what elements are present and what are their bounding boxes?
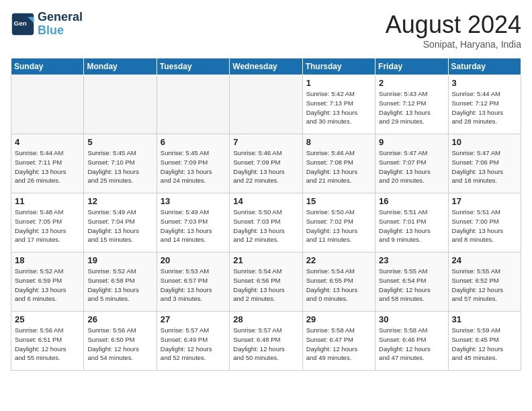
day-number: 30 [379, 314, 444, 324]
day-number: 29 [306, 314, 371, 324]
day-info: Sunrise: 5:58 AM Sunset: 6:46 PM Dayligh… [379, 326, 444, 363]
calendar-table: SundayMondayTuesdayWednesdayThursdayFrid… [11, 58, 521, 371]
calendar-cell: 20Sunrise: 5:53 AM Sunset: 6:57 PM Dayli… [157, 253, 229, 312]
day-info: Sunrise: 5:44 AM Sunset: 7:11 PM Dayligh… [15, 148, 80, 185]
day-number: 28 [233, 314, 298, 324]
day-info: Sunrise: 5:56 AM Sunset: 6:51 PM Dayligh… [15, 326, 80, 363]
day-number: 3 [452, 78, 517, 88]
weekday-header-cell: Monday [84, 58, 157, 75]
day-number: 17 [452, 196, 517, 206]
day-info: Sunrise: 5:46 AM Sunset: 7:09 PM Dayligh… [233, 148, 298, 185]
day-info: Sunrise: 5:57 AM Sunset: 6:49 PM Dayligh… [161, 326, 226, 363]
calendar-week-row: 1Sunrise: 5:42 AM Sunset: 7:13 PM Daylig… [11, 75, 521, 134]
day-number: 5 [87, 137, 152, 147]
day-info: Sunrise: 5:58 AM Sunset: 6:47 PM Dayligh… [306, 326, 371, 363]
calendar-cell: 25Sunrise: 5:56 AM Sunset: 6:51 PM Dayli… [11, 312, 84, 371]
day-info: Sunrise: 5:57 AM Sunset: 6:48 PM Dayligh… [233, 326, 298, 363]
day-number: 27 [161, 314, 226, 324]
svg-text:Gen: Gen [14, 19, 27, 27]
calendar-cell: 19Sunrise: 5:52 AM Sunset: 6:58 PM Dayli… [84, 253, 157, 312]
weekday-header-cell: Thursday [302, 58, 375, 75]
calendar-week-row: 18Sunrise: 5:52 AM Sunset: 6:59 PM Dayli… [11, 253, 521, 312]
day-number: 22 [306, 255, 371, 265]
day-info: Sunrise: 5:53 AM Sunset: 6:57 PM Dayligh… [161, 267, 226, 304]
day-info: Sunrise: 5:48 AM Sunset: 7:05 PM Dayligh… [15, 208, 80, 244]
day-info: Sunrise: 5:46 AM Sunset: 7:08 PM Dayligh… [306, 148, 371, 185]
day-number: 25 [15, 314, 80, 324]
calendar-body: 1Sunrise: 5:42 AM Sunset: 7:13 PM Daylig… [11, 75, 521, 371]
calendar-cell: 27Sunrise: 5:57 AM Sunset: 6:49 PM Dayli… [157, 312, 229, 371]
location: Sonipat, Haryana, India [386, 39, 521, 50]
day-number: 24 [452, 255, 517, 265]
calendar-cell: 14Sunrise: 5:50 AM Sunset: 7:03 PM Dayli… [230, 193, 302, 253]
day-number: 6 [161, 137, 226, 147]
logo-line2: Blue [38, 24, 83, 38]
day-info: Sunrise: 5:59 AM Sunset: 6:45 PM Dayligh… [452, 326, 517, 363]
day-info: Sunrise: 5:42 AM Sunset: 7:13 PM Dayligh… [306, 89, 371, 126]
day-info: Sunrise: 5:56 AM Sunset: 6:50 PM Dayligh… [87, 326, 152, 363]
calendar-cell: 21Sunrise: 5:54 AM Sunset: 6:56 PM Dayli… [230, 253, 302, 312]
calendar-cell: 28Sunrise: 5:57 AM Sunset: 6:48 PM Dayli… [230, 312, 302, 371]
logo: Gen General Blue [11, 11, 83, 38]
day-number: 14 [233, 196, 298, 206]
day-number: 20 [161, 255, 226, 265]
logo-icon: Gen [11, 12, 35, 36]
logo-line1: General [38, 11, 83, 24]
day-info: Sunrise: 5:50 AM Sunset: 7:02 PM Dayligh… [306, 208, 371, 244]
calendar-cell: 22Sunrise: 5:54 AM Sunset: 6:55 PM Dayli… [302, 253, 375, 312]
month-title: August 2024 [386, 11, 521, 39]
day-number: 23 [379, 255, 444, 265]
day-number: 18 [15, 255, 80, 265]
day-number: 8 [306, 137, 371, 147]
calendar-cell: 2Sunrise: 5:43 AM Sunset: 7:12 PM Daylig… [375, 75, 448, 134]
calendar-cell [230, 75, 302, 134]
day-info: Sunrise: 5:54 AM Sunset: 6:55 PM Dayligh… [306, 267, 371, 304]
calendar-week-row: 4Sunrise: 5:44 AM Sunset: 7:11 PM Daylig… [11, 134, 521, 193]
day-info: Sunrise: 5:51 AM Sunset: 7:00 PM Dayligh… [452, 208, 517, 244]
weekday-header-cell: Wednesday [230, 58, 302, 75]
day-number: 10 [452, 137, 517, 147]
day-number: 13 [161, 196, 226, 206]
calendar-week-row: 11Sunrise: 5:48 AM Sunset: 7:05 PM Dayli… [11, 193, 521, 253]
day-info: Sunrise: 5:50 AM Sunset: 7:03 PM Dayligh… [233, 208, 298, 244]
day-number: 12 [87, 196, 152, 206]
calendar-cell [157, 75, 229, 134]
day-info: Sunrise: 5:55 AM Sunset: 6:52 PM Dayligh… [452, 267, 517, 304]
day-info: Sunrise: 5:52 AM Sunset: 6:58 PM Dayligh… [87, 267, 152, 304]
day-number: 16 [379, 196, 444, 206]
calendar-cell [84, 75, 157, 134]
day-info: Sunrise: 5:45 AM Sunset: 7:09 PM Dayligh… [161, 148, 226, 185]
calendar-cell: 5Sunrise: 5:45 AM Sunset: 7:10 PM Daylig… [84, 134, 157, 193]
calendar-cell: 24Sunrise: 5:55 AM Sunset: 6:52 PM Dayli… [448, 253, 521, 312]
day-info: Sunrise: 5:49 AM Sunset: 7:04 PM Dayligh… [87, 208, 152, 244]
day-number: 9 [379, 137, 444, 147]
day-info: Sunrise: 5:44 AM Sunset: 7:12 PM Dayligh… [452, 89, 517, 126]
calendar-cell: 6Sunrise: 5:45 AM Sunset: 7:09 PM Daylig… [157, 134, 229, 193]
weekday-header-cell: Sunday [11, 58, 84, 75]
day-info: Sunrise: 5:55 AM Sunset: 6:54 PM Dayligh… [379, 267, 444, 304]
calendar-week-row: 25Sunrise: 5:56 AM Sunset: 6:51 PM Dayli… [11, 312, 521, 371]
day-number: 31 [452, 314, 517, 324]
calendar-cell: 4Sunrise: 5:44 AM Sunset: 7:11 PM Daylig… [11, 134, 84, 193]
day-info: Sunrise: 5:43 AM Sunset: 7:12 PM Dayligh… [379, 89, 444, 126]
day-number: 7 [233, 137, 298, 147]
calendar-cell: 11Sunrise: 5:48 AM Sunset: 7:05 PM Dayli… [11, 193, 84, 253]
day-number: 15 [306, 196, 371, 206]
calendar-cell: 7Sunrise: 5:46 AM Sunset: 7:09 PM Daylig… [230, 134, 302, 193]
weekday-header-cell: Tuesday [157, 58, 229, 75]
calendar-cell: 3Sunrise: 5:44 AM Sunset: 7:12 PM Daylig… [448, 75, 521, 134]
day-info: Sunrise: 5:54 AM Sunset: 6:56 PM Dayligh… [233, 267, 298, 304]
day-number: 11 [15, 196, 80, 206]
calendar-cell: 1Sunrise: 5:42 AM Sunset: 7:13 PM Daylig… [302, 75, 375, 134]
day-number: 1 [306, 78, 371, 88]
day-number: 2 [379, 78, 444, 88]
calendar-cell: 17Sunrise: 5:51 AM Sunset: 7:00 PM Dayli… [448, 193, 521, 253]
page-header: Gen General Blue August 2024 Sonipat, Ha… [11, 11, 521, 50]
calendar-cell: 12Sunrise: 5:49 AM Sunset: 7:04 PM Dayli… [84, 193, 157, 253]
calendar-cell: 30Sunrise: 5:58 AM Sunset: 6:46 PM Dayli… [375, 312, 448, 371]
day-number: 21 [233, 255, 298, 265]
weekday-header-cell: Friday [375, 58, 448, 75]
calendar-cell: 31Sunrise: 5:59 AM Sunset: 6:45 PM Dayli… [448, 312, 521, 371]
weekday-header-row: SundayMondayTuesdayWednesdayThursdayFrid… [11, 58, 521, 75]
calendar-cell: 15Sunrise: 5:50 AM Sunset: 7:02 PM Dayli… [302, 193, 375, 253]
